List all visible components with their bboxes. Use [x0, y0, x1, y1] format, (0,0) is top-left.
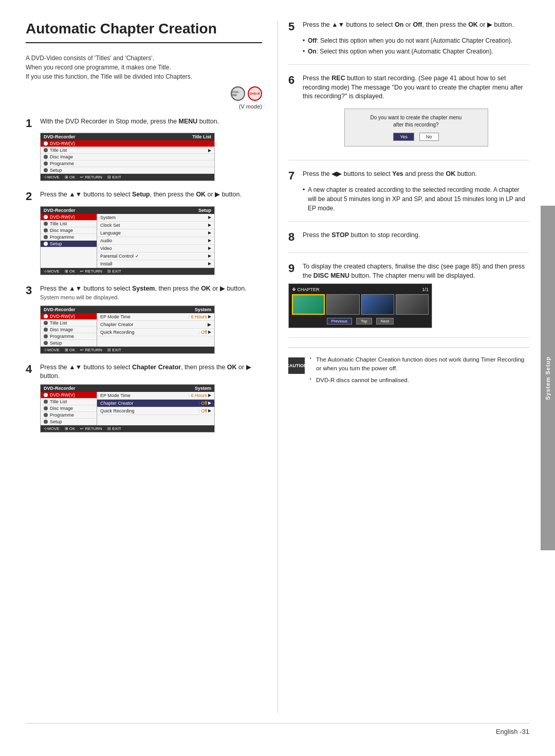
system-setup-tab: System Setup	[545, 356, 551, 400]
dialog-text: Do you want to create the chapter menuaf…	[350, 114, 483, 129]
page-title: Automatic Chapter Creation	[26, 21, 262, 43]
step-1-bottombar: ⊹MOVE⊞ OK↩ RETURN⊟ EXIT	[41, 174, 214, 181]
caution-text: The Automatic Chapter Creation function …	[310, 355, 529, 387]
step-2-video: Video▶	[97, 245, 214, 253]
step-6: 6 Press the REC button to start recordin…	[288, 74, 529, 160]
step-2-left-panel: DVD-RW(V) Title List Disc Image Programm…	[41, 214, 97, 268]
step-8-number: 8	[288, 231, 299, 243]
step-4-setup: Setup	[41, 419, 97, 425]
step-6-header: 6 Press the REC button to start recordin…	[288, 74, 529, 101]
step-1: 1 With the DVD Recorder in Stop mode, pr…	[26, 117, 262, 181]
chapter-thumb-2	[326, 294, 359, 315]
step-2-install: Install▶	[97, 260, 214, 268]
step-7-text: Press the ◀▶ buttons to select Yes and p…	[303, 170, 529, 179]
step-1-menu-discimage: Disc Image	[41, 154, 214, 160]
step-3-left-panel: DVD-RW(V) Title List Disc Image Programm…	[41, 313, 97, 347]
step-4: 4 Press the ▲▼ buttons to select Chapter…	[26, 363, 262, 433]
disc-icons: DVD-RW DVD-R	[26, 86, 262, 101]
step-3-bottombar: ⊹MOVE⊞ OK↩ RETURN⊟ EXIT	[41, 347, 214, 353]
step-4-number: 4	[26, 363, 36, 375]
step-3-right-panel: EP Mode Time: 6 Hours▶ Chapter Creator▶ …	[97, 313, 214, 347]
dvdr-icon: DVD-R	[248, 86, 262, 101]
step-3-ui: DVD-RecorderSystem DVD-RW(V) Title List …	[40, 305, 215, 354]
step-1-ui: DVD-RecorderTitle List DVD-RW(V) Title L…	[40, 133, 215, 181]
step-2-titlelist: Title List	[41, 221, 97, 227]
step-3-text: Press the ▲▼ buttons to select System, t…	[40, 284, 262, 302]
step-9-header: 9 To display the created chapters, final…	[288, 262, 529, 280]
step-1-number: 1	[26, 117, 36, 130]
step-1-menu-programme: Programme	[41, 160, 214, 167]
step-4-ep-mode: EP Mode Time: 6 Hours▶	[97, 392, 214, 400]
dialog-yes-button[interactable]: Yes	[393, 133, 414, 141]
step-7-header: 7 Press the ◀▶ buttons to select Yes and…	[288, 170, 529, 182]
step-4-ui-titlebar: DVD-RecorderSystem	[41, 385, 214, 392]
page: System Setup Automatic Chapter Creation …	[0, 0, 555, 756]
step-8: 8 Press the STOP button to stop recordin…	[288, 231, 529, 253]
step-2-bottombar: ⊹MOVE⊞ OK↩ RETURN⊟ EXIT	[41, 268, 214, 275]
left-column: Automatic Chapter Creation A DVD-Video c…	[26, 21, 278, 713]
footer-page-number: English -31	[496, 728, 529, 735]
dvdrw-icon: DVD-RW	[231, 86, 245, 101]
chapter-thumb-3	[361, 294, 394, 315]
step-4-left-panel: DVD-RW(V) Title List Disc Image Programm…	[41, 392, 97, 425]
step-7-number: 7	[288, 170, 299, 182]
chapter-top-button[interactable]: Top	[356, 318, 372, 325]
step-4-ui-body: DVD-RW(V) Title List Disc Image Programm…	[41, 392, 214, 425]
step-2-dvdrw: DVD-RW(V)	[41, 214, 97, 221]
step-3-setup: Setup	[41, 340, 97, 347]
chapter-thumb-1	[292, 294, 325, 315]
step-8-header: 8 Press the STOP button to stop recordin…	[288, 231, 529, 243]
step-3-dvdrw: DVD-RW(V)	[41, 313, 97, 320]
chapter-header-right: 1/1	[422, 287, 429, 292]
chapter-grid-header: ❖ CHAPTER 1/1	[292, 287, 429, 292]
step-7-bullets: A new chapter is created according to th…	[303, 185, 529, 213]
step-2-parental: Parental Control ✓▶	[97, 253, 214, 260]
step-3-ui-titlebar: DVD-RecorderSystem	[41, 306, 214, 313]
step-2-header: 2 Press the ▲▼ buttons to select Setup, …	[26, 190, 262, 203]
step-1-menu-dvdrw: DVD-RW(V)	[41, 140, 214, 147]
step-4-chapter-creator: Chapter Creator: Off▶	[97, 400, 214, 407]
chapter-grid-nav: Previous Top Next	[292, 318, 429, 325]
step-3-programme: Programme	[41, 333, 97, 340]
step-4-ui: DVD-RecorderSystem DVD-RW(V) Title List …	[40, 384, 215, 433]
step-4-programme: Programme	[41, 412, 97, 419]
dialog-no-button[interactable]: No	[419, 133, 439, 141]
step-2-audio: Audio▶	[97, 237, 214, 245]
step-5: 5 Press the ▲▼ buttons to select On or O…	[288, 21, 529, 65]
step-3-titlelist: Title List	[41, 320, 97, 327]
step-3-ep-mode: EP Mode Time: 6 Hours▶	[97, 313, 214, 321]
step-3-header: 3 Press the ▲▼ buttons to select System,…	[26, 284, 262, 302]
step-5-text: Press the ▲▼ buttons to select On or Off…	[303, 21, 529, 30]
step-4-right-panel: EP Mode Time: 6 Hours▶ Chapter Creator: …	[97, 392, 214, 425]
step-1-menu-setup: Setup	[41, 167, 214, 174]
step-3-quick-rec: Quick Recording: Off▶	[97, 329, 214, 336]
step-7: 7 Press the ◀▶ buttons to select Yes and…	[288, 170, 529, 222]
step-9: 9 To display the created chapters, final…	[288, 262, 529, 338]
step-1-ui-titlebar: DVD-RecorderTitle List	[41, 133, 214, 140]
chapter-prev-button[interactable]: Previous	[327, 318, 352, 325]
step-3-discimage: Disc Image	[41, 327, 97, 333]
step-2-language: Language▶	[97, 229, 214, 237]
step-5-bullets: Off: Select this option when you do not …	[303, 36, 529, 56]
step-4-titlelist: Title List	[41, 399, 97, 405]
caution-box: CAUTION The Automatic Chapter Creation f…	[288, 355, 529, 387]
step-2-setup: Setup	[41, 241, 97, 247]
step-3-number: 3	[26, 284, 36, 297]
chapter-next-button[interactable]: Next	[376, 318, 394, 325]
step-4-discimage: Disc Image	[41, 405, 97, 412]
step-2: 2 Press the ▲▼ buttons to select Setup, …	[26, 190, 262, 275]
step-3-chapter-creator: Chapter Creator▶	[97, 321, 214, 329]
page-footer: English -31	[26, 723, 529, 735]
step-4-dvdrw: DVD-RW(V)	[41, 392, 97, 399]
step-2-system: System▶	[97, 214, 214, 222]
step-2-discimage: Disc Image	[41, 227, 97, 234]
step-8-text: Press the STOP button to stop recording.	[303, 231, 529, 240]
intro-text: A DVD-Video consists of 'Titles' and 'Ch…	[26, 53, 262, 81]
step-5-number: 5	[288, 21, 299, 33]
step-6-number: 6	[288, 74, 299, 86]
step-2-ui: DVD-RecorderSetup DVD-RW(V) Title List D…	[40, 206, 215, 275]
step-4-quick-rec: Quick Recording: Off▶	[97, 407, 214, 415]
step-9-number: 9	[288, 262, 299, 275]
step-6-dialog: Do you want to create the chapter menuaf…	[344, 109, 488, 147]
step-3-ui-body: DVD-RW(V) Title List Disc Image Programm…	[41, 313, 214, 347]
